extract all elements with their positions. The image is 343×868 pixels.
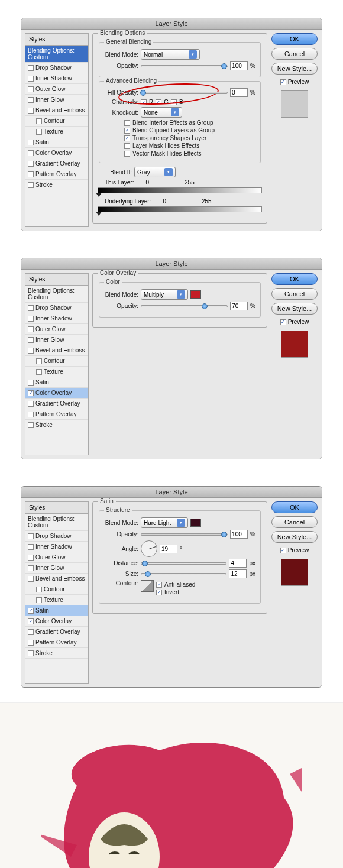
style-bevel-emboss[interactable]: Bevel and Emboss	[25, 574, 88, 584]
preview-checkbox[interactable]	[280, 548, 286, 553]
advanced-blending: Advanced Blending Fill Opacity: 0 % Chan…	[99, 81, 261, 163]
blend-interior-checkbox[interactable]	[124, 120, 130, 126]
angle-value[interactable]: 19	[160, 545, 177, 553]
knockout-select[interactable]: None▾	[141, 107, 182, 118]
blend-mode-label: Blend Mode:	[104, 51, 138, 58]
style-satin[interactable]: Satin	[25, 377, 88, 388]
layer-style-dialog-1: Layer Style Styles Blending Options: Cus…	[21, 18, 322, 231]
style-blending-options[interactable]: Blending Options: Custom	[25, 514, 88, 531]
blend-mode-select[interactable]: Normal▾	[141, 49, 200, 60]
ok-button[interactable]: OK	[271, 273, 318, 285]
fill-opacity-slider[interactable]	[141, 92, 228, 94]
preview-swatch	[281, 559, 308, 586]
transparency-shapes-checkbox[interactable]	[124, 135, 130, 141]
style-inner-glow[interactable]: Inner Glow	[25, 335, 88, 345]
ok-button[interactable]: OK	[271, 501, 318, 513]
layer-mask-hides-checkbox[interactable]	[124, 143, 130, 149]
style-blending-options[interactable]: Blending Options: Custom	[25, 46, 88, 63]
style-pattern-overlay[interactable]: Pattern Overlay	[25, 637, 88, 648]
blend-mode-select[interactable]: Multiply▾	[141, 289, 188, 300]
cancel-button[interactable]: Cancel	[271, 48, 318, 60]
style-blending-options[interactable]: Blending Options: Custom	[25, 286, 88, 303]
style-stroke[interactable]: Stroke	[25, 420, 88, 430]
contour-picker[interactable]	[141, 580, 154, 592]
titlebar: Layer Style	[21, 487, 322, 498]
cancel-button[interactable]: Cancel	[271, 516, 318, 528]
style-inner-shadow[interactable]: Inner Shadow	[25, 73, 88, 84]
style-satin[interactable]: Satin	[25, 605, 88, 616]
style-bevel-emboss[interactable]: Bevel and Emboss	[25, 105, 88, 116]
size-value[interactable]: 12	[229, 569, 247, 578]
blend-clipped-checkbox[interactable]	[124, 128, 130, 134]
size-label: Size:	[104, 571, 138, 577]
style-contour[interactable]: Contour	[25, 116, 88, 127]
style-satin[interactable]: Satin	[25, 137, 88, 148]
color-overlay-group: Color Overlay Color Blend Mode: Multiply…	[92, 273, 267, 328]
opacity-slider[interactable]	[141, 65, 228, 67]
style-inner-shadow[interactable]: Inner Shadow	[25, 313, 88, 324]
style-outer-glow[interactable]: Outer Glow	[25, 552, 88, 563]
style-gradient-overlay[interactable]: Gradient Overlay	[25, 158, 88, 169]
opacity-label: Opacity:	[104, 531, 138, 537]
opacity-value[interactable]: 70	[230, 302, 248, 310]
distance-slider[interactable]	[141, 562, 226, 565]
style-inner-glow[interactable]: Inner Glow	[25, 563, 88, 574]
preview-checkbox[interactable]	[280, 79, 286, 85]
satin-group: Satin Structure Blend Mode: Hard Light▾ …	[92, 501, 267, 614]
preview-swatch	[281, 331, 308, 358]
angle-dial[interactable]	[141, 540, 157, 557]
style-drop-shadow[interactable]: Drop Shadow	[25, 303, 88, 313]
style-stroke[interactable]: Stroke	[25, 180, 88, 190]
angle-label: Angle:	[104, 546, 138, 552]
color-swatch[interactable]	[190, 290, 201, 299]
blend-if-label: Blend If:	[98, 169, 132, 176]
style-inner-glow[interactable]: Inner Glow	[25, 95, 88, 105]
style-pattern-overlay[interactable]: Pattern Overlay	[25, 169, 88, 180]
opacity-slider[interactable]	[141, 533, 228, 536]
opacity-slider[interactable]	[141, 305, 228, 307]
style-color-overlay[interactable]: Color Overlay	[25, 148, 88, 158]
style-outer-glow[interactable]: Outer Glow	[25, 84, 88, 95]
new-style-button[interactable]: New Style...	[271, 63, 318, 75]
style-color-overlay[interactable]: Color Overlay	[25, 616, 88, 627]
blend-mode-label: Blend Mode:	[104, 520, 138, 526]
artwork-preview	[0, 702, 343, 868]
size-slider[interactable]	[141, 573, 226, 575]
distance-value[interactable]: 4	[229, 559, 247, 568]
style-contour[interactable]: Contour	[25, 356, 88, 367]
this-layer-gradient[interactable]	[98, 187, 262, 193]
new-style-button[interactable]: New Style...	[271, 531, 318, 543]
style-pattern-overlay[interactable]: Pattern Overlay	[25, 409, 88, 420]
layer-style-dialog-3: Layer Style Styles Blending Options: Cus…	[21, 486, 322, 688]
vector-mask-hides-checkbox[interactable]	[124, 151, 130, 157]
style-drop-shadow[interactable]: Drop Shadow	[25, 531, 88, 542]
style-color-overlay[interactable]: Color Overlay	[25, 388, 88, 399]
blend-mode-select[interactable]: Hard Light▾	[141, 517, 188, 528]
style-inner-shadow[interactable]: Inner Shadow	[25, 542, 88, 552]
cancel-button[interactable]: Cancel	[271, 288, 318, 300]
style-texture[interactable]: Texture	[25, 595, 88, 605]
style-stroke[interactable]: Stroke	[25, 648, 88, 659]
preview-swatch	[281, 90, 308, 118]
opacity-value[interactable]: 100	[230, 61, 248, 70]
style-gradient-overlay[interactable]: Gradient Overlay	[25, 627, 88, 637]
ok-button[interactable]: OK	[271, 33, 318, 45]
preview-checkbox[interactable]	[280, 319, 286, 325]
underlying-layer-gradient[interactable]	[98, 206, 262, 212]
contour-label: Contour:	[104, 580, 138, 587]
style-contour[interactable]: Contour	[25, 584, 88, 595]
opacity-value[interactable]: 100	[230, 530, 248, 539]
style-texture[interactable]: Texture	[25, 367, 88, 377]
color-swatch[interactable]	[190, 519, 201, 527]
anti-aliased-checkbox[interactable]	[156, 582, 162, 588]
fill-opacity-value[interactable]: 0	[230, 88, 248, 97]
new-style-button[interactable]: New Style...	[271, 303, 318, 315]
style-gradient-overlay[interactable]: Gradient Overlay	[25, 399, 88, 409]
blend-if-select[interactable]: Gray▾	[134, 167, 176, 177]
style-bevel-emboss[interactable]: Bevel and Emboss	[25, 345, 88, 356]
blend-mode-label: Blend Mode:	[104, 292, 138, 298]
style-drop-shadow[interactable]: Drop Shadow	[25, 63, 88, 73]
style-texture[interactable]: Texture	[25, 127, 88, 137]
style-outer-glow[interactable]: Outer Glow	[25, 324, 88, 335]
invert-checkbox[interactable]	[156, 590, 162, 595]
